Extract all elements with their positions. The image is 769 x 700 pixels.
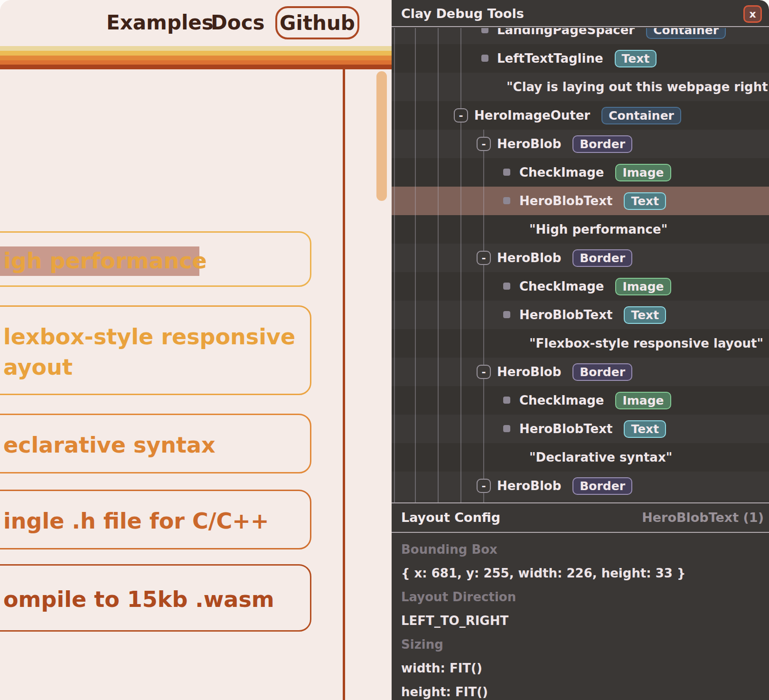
tree-indent-guide xyxy=(460,28,461,502)
stripe-band xyxy=(0,60,392,65)
clay-website-window: ExamplesDocs Github igh performancelexbo… xyxy=(0,0,769,700)
debug-panel: Clay Debug Tools x LandingPageSpacerCont… xyxy=(392,0,769,700)
config-field-value: height: FIT() xyxy=(392,680,769,700)
hero-box: igh performance xyxy=(0,231,311,287)
debug-panel-title: Clay Debug Tools xyxy=(401,0,524,27)
tree-row-content: HeroBlobBorder xyxy=(497,130,632,158)
leaf-bullet-icon xyxy=(503,311,510,318)
layout-config-header: Layout Config HeroBlobText (1) xyxy=(392,503,769,532)
config-field-value: LEFT_TO_RIGHT xyxy=(392,609,769,633)
hero-box-label: eclarative syntax xyxy=(3,430,216,460)
tree-row-content: "Declarative syntax" xyxy=(529,443,672,472)
leaf-bullet-icon xyxy=(481,28,488,33)
stripe-band xyxy=(0,65,392,69)
leaf-bullet-icon xyxy=(503,283,510,290)
element-name: HeroBlob xyxy=(497,365,561,379)
element-name: CheckImage xyxy=(519,279,604,293)
hero-box-label: igh performance xyxy=(3,246,207,276)
collapse-toggle-icon[interactable]: - xyxy=(477,137,491,151)
element-tree: LandingPageSpacerContainerLeftTextTaglin… xyxy=(392,28,769,502)
element-type-badge: Image xyxy=(615,392,671,409)
config-field-label: Bounding Box xyxy=(392,538,769,561)
element-type-badge: Container xyxy=(601,107,681,124)
element-type-badge: Border xyxy=(572,249,632,267)
tree-row-content: HeroBlobBorder xyxy=(497,358,632,386)
leaf-bullet-icon xyxy=(481,55,488,62)
leaf-bullet-icon xyxy=(503,397,510,404)
element-type-badge: Text xyxy=(624,192,666,210)
tree-indent-guide xyxy=(394,28,395,502)
hero-box: lexbox-style responsive ayout xyxy=(0,305,311,395)
element-name: CheckImage xyxy=(519,165,604,180)
hero-box: ingle .h file for C/C++ xyxy=(0,490,311,549)
element-type-badge: Text xyxy=(624,306,666,324)
element-type-badge: Container xyxy=(646,28,726,39)
config-field-value: { x: 681, y: 255, width: 226, height: 33… xyxy=(392,561,769,585)
close-button[interactable]: x xyxy=(743,5,762,23)
tree-row-content: "Flexbox-style responsive layout" xyxy=(529,329,763,358)
element-type-badge: Text xyxy=(615,50,657,67)
config-field-label: Layout Direction xyxy=(392,585,769,609)
tree-row-content: "Clay is laying out this webpage right n… xyxy=(506,73,769,101)
page-scrollbar-thumb[interactable] xyxy=(376,71,387,201)
element-type-badge: Border xyxy=(572,135,632,153)
tree-row-content: CheckImageImage xyxy=(519,158,671,187)
layout-config-title: Layout Config xyxy=(401,503,500,532)
collapse-toggle-icon[interactable]: - xyxy=(477,251,491,265)
element-name: HeroBlob xyxy=(497,137,561,151)
tree-row-content: HeroBlobTextText xyxy=(519,301,666,329)
element-text-preview: "Declarative syntax" xyxy=(529,450,672,464)
hero-box: eclarative syntax xyxy=(0,414,311,473)
debug-panel-header: Clay Debug Tools x xyxy=(392,0,769,27)
close-icon: x xyxy=(749,8,756,20)
nav-item-docs[interactable]: Docs xyxy=(211,11,265,34)
tree-indent-guide xyxy=(483,130,484,502)
nav-item-examples[interactable]: Examples xyxy=(106,11,214,34)
config-field-value: width: FIT() xyxy=(392,656,769,680)
collapse-toggle-icon[interactable]: - xyxy=(477,365,491,379)
hero-box-label: ingle .h file for C/C++ xyxy=(3,506,269,536)
element-name: LandingPageSpacer xyxy=(497,28,635,37)
tree-row-content: HeroBlobBorder xyxy=(497,244,632,272)
element-name: HeroImageOuter xyxy=(474,108,590,123)
layout-config-fields: Bounding Box{ x: 681, y: 255, width: 226… xyxy=(392,538,769,700)
element-name: HeroBlobText xyxy=(519,422,612,436)
element-type-badge: Border xyxy=(572,363,632,381)
tree-row-content: HeroImageOuterContainer xyxy=(474,101,681,130)
tree-row-content: HeroBlobTextText xyxy=(519,415,666,443)
element-name: LeftTextTagline xyxy=(497,51,603,66)
tree-indent-guide xyxy=(415,28,416,502)
tree-indent-guide xyxy=(438,28,439,502)
tree-row-content: CheckImageImage xyxy=(519,272,671,301)
element-type-badge: Border xyxy=(572,477,632,495)
element-text-preview: "High performance" xyxy=(529,222,667,236)
element-name: HeroBlob xyxy=(497,479,561,493)
tree-row-content: HeroBlobTextText xyxy=(519,187,666,215)
hero-box-label: lexbox-style responsive ayout xyxy=(3,322,295,382)
leaf-bullet-icon xyxy=(503,169,510,176)
tree-row-content: CheckImageImage xyxy=(519,386,671,415)
element-name: HeroBlob xyxy=(497,251,561,265)
element-type-badge: Image xyxy=(615,164,671,181)
collapse-toggle-icon[interactable]: - xyxy=(477,479,491,493)
hero-box-label: ompile to 15kb .wasm xyxy=(3,584,274,615)
tree-row-content: HeroBlobBorder xyxy=(497,472,632,500)
element-text-preview: "Clay is laying out this webpage right n… xyxy=(506,80,769,94)
collapse-toggle-icon[interactable]: - xyxy=(454,108,468,123)
element-type-badge: Text xyxy=(624,420,666,438)
stripe-band xyxy=(0,46,392,51)
tree-row-content: LeftTextTaglineText xyxy=(497,44,656,73)
github-button[interactable]: Github xyxy=(275,6,359,39)
leaf-bullet-icon xyxy=(503,197,510,204)
section-divider xyxy=(392,532,769,533)
stripe-band xyxy=(0,51,392,56)
element-name: CheckImage xyxy=(519,393,604,407)
tree-row-content: "High performance" xyxy=(529,215,667,244)
tree-row-content: LandingPageSpacerContainer xyxy=(497,28,726,44)
accent-stripe xyxy=(0,46,392,69)
vertical-divider-line xyxy=(343,69,345,700)
selected-element-ref: HeroBlobText (1) xyxy=(642,503,764,532)
element-type-badge: Image xyxy=(615,278,671,295)
element-text-preview: "Flexbox-style responsive layout" xyxy=(529,336,763,350)
config-field-label: Sizing xyxy=(392,633,769,656)
